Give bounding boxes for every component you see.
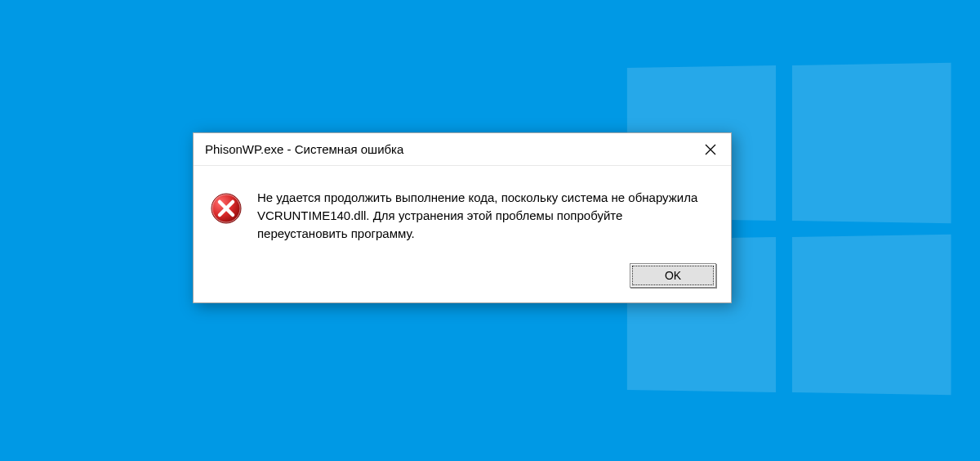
close-button[interactable] [690, 133, 731, 166]
dialog-title: PhisonWP.exe - Системная ошибка [205, 142, 403, 156]
desktop-background: PhisonWP.exe - Системная ошибка [0, 0, 980, 461]
dialog-footer: OK [194, 257, 731, 302]
dialog-titlebar[interactable]: PhisonWP.exe - Системная ошибка [194, 133, 731, 166]
ok-button-label: OK [665, 269, 681, 282]
close-icon [705, 144, 716, 155]
error-dialog: PhisonWP.exe - Системная ошибка [193, 132, 732, 303]
error-message: Не удается продолжить выполнение кода, п… [257, 189, 715, 242]
error-icon [210, 192, 243, 225]
dialog-body: Не удается продолжить выполнение кода, п… [194, 166, 731, 257]
ok-button[interactable]: OK [630, 263, 716, 288]
